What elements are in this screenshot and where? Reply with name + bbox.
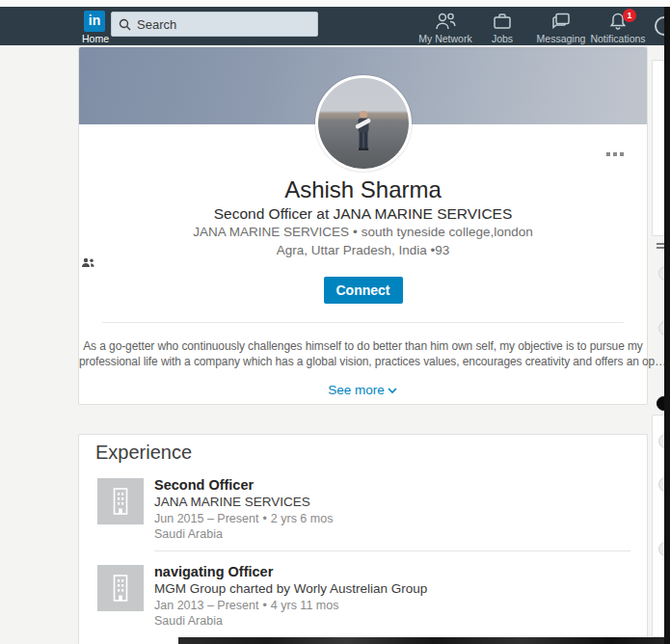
connections-count[interactable]: •93 bbox=[431, 243, 450, 257]
job-dates: Jun 2015 – Present•2 yrs 6 mos bbox=[154, 512, 333, 525]
search-icon bbox=[119, 18, 131, 31]
profile-location-line: Agra, Uttar Pradesh, India •93 bbox=[79, 243, 647, 268]
profile-headline: Second Officer at JANA MARINE SERVICES bbox=[79, 205, 647, 223]
job-location: Saudi Arabia bbox=[154, 527, 223, 541]
nav-label-notifications: Notifications bbox=[579, 33, 657, 44]
nav-item-notifications[interactable]: 1 Notifications bbox=[579, 12, 657, 44]
person-in-photo bbox=[351, 109, 376, 163]
job-company: MGM Group charted by Worly Austrelian Gr… bbox=[154, 581, 427, 596]
search-box[interactable] bbox=[111, 12, 318, 37]
window-top-edge bbox=[0, 0, 670, 7]
home-label: Home bbox=[82, 33, 107, 44]
home-nav-item[interactable]: in Home bbox=[82, 11, 107, 44]
job-dates: Jan 2013 – Present•4 yrs 11 mos bbox=[154, 599, 338, 612]
experience-entry-1[interactable]: Second Officer JANA MARINE SERVICES Jun … bbox=[79, 477, 647, 574]
building-icon bbox=[108, 574, 133, 603]
profile-company-education: JANA MARINE SERVICES•south tyneside coll… bbox=[79, 225, 647, 239]
company-logo-placeholder bbox=[97, 565, 144, 611]
current-company[interactable]: JANA MARINE SERVICES bbox=[193, 225, 349, 239]
education[interactable]: south tyneside college,london bbox=[362, 225, 533, 239]
profile-photo[interactable] bbox=[315, 75, 412, 172]
connect-button[interactable]: Connect bbox=[324, 277, 403, 304]
search-input[interactable] bbox=[137, 17, 310, 32]
job-title: Second Officer bbox=[154, 477, 254, 493]
scrollbar-strip[interactable] bbox=[664, 7, 670, 644]
experience-heading: Experience bbox=[95, 442, 192, 464]
profile-name: Ashish Sharma bbox=[79, 176, 647, 203]
chevron-down-icon bbox=[387, 385, 398, 396]
profile-card: Ashish Sharma Second Officer at JANA MAR… bbox=[78, 46, 648, 405]
my-network-icon bbox=[434, 12, 457, 31]
job-company: JANA MARINE SERVICES bbox=[154, 495, 310, 509]
linkedin-logo[interactable]: in bbox=[84, 11, 105, 32]
location-text: Agra, Uttar Pradesh, India bbox=[277, 243, 427, 257]
job-duration: 4 yrs 11 mos bbox=[271, 599, 339, 612]
notification-badge: 1 bbox=[623, 9, 636, 22]
entry-divider bbox=[154, 550, 630, 551]
experience-card: Experience Second Officer JANA MARINE SE… bbox=[78, 434, 648, 644]
jobs-icon bbox=[492, 12, 513, 31]
bottom-partial-element bbox=[178, 637, 670, 644]
profile-summary: As a go-getter who continuously challeng… bbox=[79, 338, 647, 369]
job-title: navigating Officer bbox=[154, 564, 273, 579]
summary-line-2: professional life with a company which h… bbox=[79, 354, 647, 369]
experience-entry-2[interactable]: navigating Officer MGM Group charted by … bbox=[79, 564, 647, 644]
top-navbar: in Home My Network Jobs bbox=[0, 7, 670, 45]
connections-icon bbox=[81, 257, 95, 268]
see-more-link[interactable]: See more bbox=[79, 383, 647, 397]
overflow-menu-icon[interactable] bbox=[606, 149, 628, 159]
building-icon bbox=[108, 487, 133, 516]
job-location: Saudi Arabia bbox=[154, 614, 223, 628]
job-duration: 2 yrs 6 mos bbox=[271, 512, 334, 525]
summary-divider bbox=[102, 322, 624, 323]
company-logo-placeholder bbox=[97, 478, 144, 524]
summary-line-1: As a go-getter who continuously challeng… bbox=[79, 338, 647, 354]
messaging-icon bbox=[550, 12, 572, 31]
right-rail-partial-text bbox=[657, 243, 664, 250]
